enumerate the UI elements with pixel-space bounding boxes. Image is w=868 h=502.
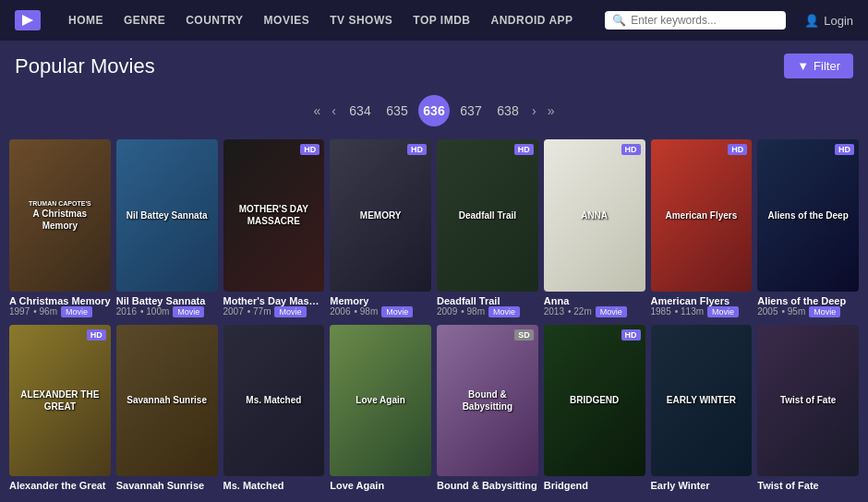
poster-title: American Flyers [665,209,737,221]
movie-meta: 1997 • 96m Movie [9,306,111,317]
movie-title: Twist of Fate [757,480,859,491]
page-last-arrow[interactable]: » [545,103,558,118]
page-637[interactable]: 637 [455,95,487,126]
movie-info: Alexander the Great [9,476,111,493]
badge: HD [87,329,106,341]
movie-title: Ms. Matched [223,480,325,491]
page-636[interactable]: 636 [418,95,450,126]
nav-tvshows[interactable]: TV Shows [320,0,402,41]
movie-title: Early Winter [651,480,753,491]
nav-movies[interactable]: Movies [255,0,319,41]
movie-meta: 2013 • 22m Movie [544,306,645,317]
movie-card-4[interactable]: HD MEMORY Memory 2006 • 98m Movie [330,139,431,319]
movie-info: Deadfall Trail 2009 • 98m Movie [437,292,538,319]
movie-poster: Twist of Fate [757,325,859,477]
movie-card-14[interactable]: HD BRIDGEND Bridgend [544,325,645,494]
movie-card-3[interactable]: HD MOTHER'S DAY MASSACRE Mother's Day Ma… [223,139,325,319]
poster-title: TRUMAN CAPOTE'SA Christmas Memory [17,199,103,232]
movies-row-2: HD ALEXANDER THE GREAT Alexander the Gre… [9,325,859,494]
movie-title: Deadfall Trail [437,295,538,306]
badge: HD [835,144,854,155]
movie-card-8[interactable]: HD Aliens of the Deep Aliens of the Deep… [757,139,859,319]
movie-tag: Movie [809,306,840,317]
movie-year: 2016 [116,306,137,317]
movie-title: Bound & Babysitting [437,480,538,491]
movie-year: 2006 [330,306,350,317]
movie-card-12[interactable]: Love Again Love Again [330,325,431,494]
nav-android[interactable]: Android App [482,0,583,41]
movie-card-11[interactable]: Ms. Matched Ms. Matched [223,325,325,494]
nav-home[interactable]: Home [59,0,113,41]
movie-poster: Nil Battey Sannata [116,139,218,292]
movie-poster: HD MOTHER'S DAY MASSACRE [223,139,325,292]
badge: HD [514,144,534,155]
movie-duration: • 96m [33,306,57,317]
movie-title: Memory [330,295,431,306]
movie-info: Early Winter [651,476,753,493]
poster-title: ANNA [581,209,608,221]
movie-poster: HD American Flyers [651,139,753,292]
filter-button[interactable]: ▼ Filter [784,54,853,78]
nav-genre[interactable]: Genre [115,0,175,41]
movie-card-13[interactable]: SD Bound & Babysitting Bound & Babysitti… [437,325,538,494]
page-638[interactable]: 638 [492,95,524,126]
poster-title: Love Again [356,394,405,406]
poster-title: Bound & Babysitting [444,388,531,412]
user-icon: 👤 [804,14,819,28]
nav-country[interactable]: Country [176,0,252,41]
movie-card-7[interactable]: HD American Flyers American Flyers 1985 … [651,139,753,319]
poster-title: Nil Battey Sannata [127,209,208,221]
movie-meta: 2016 • 100m Movie [116,306,218,317]
movie-poster: HD BRIDGEND [544,325,645,477]
movie-tag: Movie [381,306,413,317]
login-button[interactable]: 👤 Login [804,14,853,28]
nav-topimdb[interactable]: Top IMDB [404,0,479,41]
poster-title: Twist of Fate [780,394,836,406]
movie-title: Alexander the Great [9,480,111,491]
poster-title: EARLY WINTER [667,394,736,406]
movie-card-10[interactable]: Savannah Sunrise Savannah Sunrise [116,325,218,494]
movie-poster: SD Bound & Babysitting [437,325,538,477]
poster-title: Aliens of the Deep [768,209,849,221]
search-bar[interactable]: 🔍 [605,11,786,30]
movie-card-16[interactable]: Twist of Fate Twist of Fate [757,325,859,494]
movie-info: Aliens of the Deep 2005 • 95m Movie [757,292,859,319]
movie-card-15[interactable]: EARLY WINTER Early Winter [651,325,753,494]
movie-duration: • 22m [568,306,592,317]
pagination: « ‹ 634 635 636 637 638 › » [0,88,868,139]
badge: HD [728,144,747,155]
movie-info: Nil Battey Sannata 2016 • 100m Movie [116,292,218,319]
movie-duration: • 100m [140,306,169,317]
page-next-arrow[interactable]: › [529,103,539,118]
movie-tag: Movie [61,306,92,317]
movie-year: 2005 [757,306,778,317]
page-635[interactable]: 635 [381,95,413,126]
filter-label: Filter [814,59,840,73]
search-icon: 🔍 [612,14,626,27]
movie-card-2[interactable]: Nil Battey Sannata Nil Battey Sannata 20… [116,139,218,319]
movies-grid: TRUMAN CAPOTE'SA Christmas Memory A Chri… [0,139,868,502]
movie-title: Savannah Sunrise [116,480,218,491]
movie-tag: Movie [488,306,520,317]
movie-tag: Movie [173,306,204,317]
page-634[interactable]: 634 [344,95,376,126]
page-prev-arrow[interactable]: ‹ [329,103,339,118]
badge: HD [407,144,427,155]
movie-year: 2007 [223,306,244,317]
nav-links: Home Genre Country Movies TV Shows Top I… [59,0,597,41]
movie-info: Bound & Babysitting [437,476,538,493]
movie-info: American Flyers 1985 • 113m Movie [651,292,753,319]
movie-card-1[interactable]: TRUMAN CAPOTE'SA Christmas Memory A Chri… [9,139,111,319]
movie-meta: 2005 • 95m Movie [757,306,859,317]
search-input[interactable] [631,14,778,27]
movie-year: 1997 [9,306,30,317]
poster-title: ALEXANDER THE GREAT [17,388,103,412]
movie-poster: HD Aliens of the Deep [757,139,859,292]
movie-card-6[interactable]: HD ANNA Anna 2013 • 22m Movie [544,139,645,319]
movie-card-9[interactable]: HD ALEXANDER THE GREAT Alexander the Gre… [9,325,111,494]
movie-poster: Ms. Matched [223,325,325,477]
movie-duration: • 98m [461,306,485,317]
page-first-arrow[interactable]: « [311,103,324,118]
movie-card-5[interactable]: HD Deadfall Trail Deadfall Trail 2009 • … [437,139,538,319]
logo[interactable] [15,10,41,30]
